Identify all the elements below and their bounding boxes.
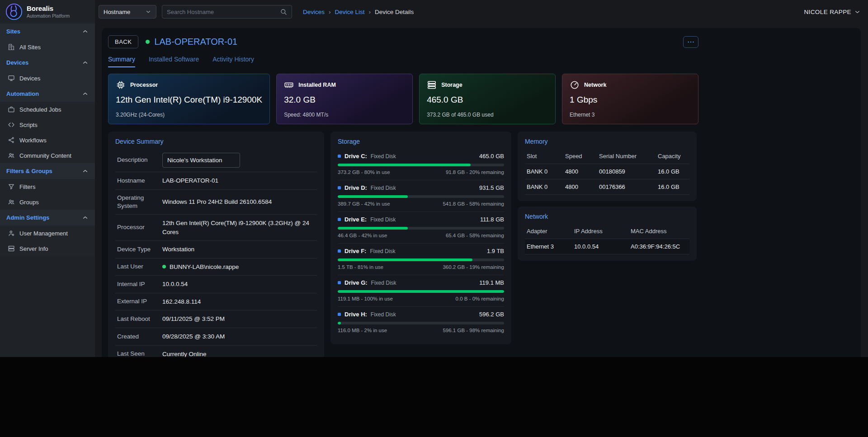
summary-row-device-type: Device Type Workstation [115, 241, 317, 258]
user-menu[interactable]: NICOLE RAPPE [804, 9, 861, 15]
sidebar-item-scheduled-jobs[interactable]: Scheduled Jobs [0, 102, 95, 117]
filter-icon [8, 183, 15, 190]
description-input[interactable] [162, 153, 240, 168]
summary-row-created: Created 09/28/2025 @ 3:30 AM [115, 328, 317, 346]
brand-header[interactable]: Borealis Automation Platform [0, 0, 95, 23]
sidebar-item-filters[interactable]: Filters [0, 179, 95, 194]
drive-row-g: Drive G: Fixed Disk 119.1 MB 119.1 MB - … [338, 275, 504, 307]
drive-bullet-icon [338, 155, 341, 158]
storage-stack-icon [427, 80, 437, 90]
cell-speed: 4800 [565, 183, 599, 190]
sidebar: Borealis Automation Platform Sites All S… [0, 0, 95, 357]
summary-row-last-user: Last User BUNNY-LAB\nicole.rappe [115, 258, 317, 276]
stat-value: 465.0 GB [427, 95, 548, 105]
row-value: LAB-OPERATOR-01 [162, 176, 315, 185]
sidebar-section-admin-settings[interactable]: Admin Settings [0, 210, 95, 226]
cell-speed: 4800 [565, 168, 599, 175]
cell-capacity: 16.0 GB [658, 183, 688, 190]
row-label: Last Seen [117, 350, 162, 357]
search-box [162, 5, 292, 19]
drive-type: Fixed Disk [371, 185, 396, 191]
drive-name: Drive G: [344, 279, 368, 286]
breadcrumb: Devices › Device List › Device Details [303, 9, 414, 15]
device-summary-panel: Device Summary Description Hostname LAB-… [108, 132, 324, 357]
drive-usage-fill [338, 322, 341, 324]
stat-card-row: Processor 12th Gen Intel(R) Core(TM) i9-… [108, 74, 698, 124]
col-header: Adapter [527, 228, 574, 235]
sidebar-section-devices[interactable]: Devices [0, 55, 95, 70]
drive-size: 119.1 MB [479, 279, 504, 286]
cell-adapter: Ethernet 3 [527, 243, 574, 250]
row-value: Currently Online [162, 350, 315, 357]
main-area: Hostname Devices › Device List › Device … [95, 0, 868, 357]
stat-value: 1 Gbps [570, 95, 691, 105]
summary-row-internal-ip: Internal IP 10.0.0.54 [115, 276, 317, 293]
drive-usage-bar [338, 258, 504, 261]
row-label: Last Reboot [117, 315, 162, 323]
chevron-up-icon [82, 214, 89, 221]
panel-title: Network [525, 213, 689, 220]
sidebar-section-sites[interactable]: Sites [0, 23, 95, 39]
stat-label: Network [584, 82, 606, 88]
row-value: 09/11/2025 @ 3:52 PM [162, 315, 315, 324]
sidebar-item-groups[interactable]: Groups [0, 194, 95, 210]
breadcrumb-devices[interactable]: Devices [303, 9, 325, 15]
panels-row: Device Summary Description Hostname LAB-… [108, 132, 698, 357]
section-label: Admin Settings [6, 214, 49, 221]
drive-name: Drive H: [344, 311, 367, 318]
section-label: Automation [6, 90, 39, 97]
drive-used-text: 46.4 GB - 42% in use [338, 233, 387, 238]
breadcrumb-separator: › [369, 9, 371, 15]
tab-activity-history[interactable]: Activity History [212, 56, 254, 67]
drive-row-c: Drive C: Fixed Disk 465.0 GB 373.2 GB - … [338, 149, 504, 180]
sidebar-item-server-info[interactable]: Server Info [0, 241, 95, 256]
cell-ip: 10.0.0.54 [574, 243, 631, 250]
sidebar-item-community-content[interactable]: Community Content [0, 148, 95, 163]
row-label: Device Type [117, 245, 162, 254]
row-value: 12th Gen Intel(R) Core(TM) i9-12900K (3.… [162, 219, 315, 236]
briefcase-icon [8, 106, 15, 113]
sidebar-item-label: Scheduled Jobs [19, 106, 61, 113]
online-status-dot [162, 265, 166, 268]
tab-summary[interactable]: Summary [108, 56, 135, 67]
drive-remaining-text: 0.0 B - 0% remaining [456, 296, 504, 301]
drive-type: Fixed Disk [371, 311, 396, 318]
row-label: Description [117, 156, 162, 164]
drive-size: 931.5 GB [479, 184, 504, 191]
row-label: Created [117, 333, 162, 341]
drive-size: 111.8 GB [480, 216, 504, 223]
sidebar-section-automation[interactable]: Automation [0, 86, 95, 102]
sidebar-item-scripts[interactable]: Scripts [0, 117, 95, 132]
hostname-filter-dropdown[interactable]: Hostname [99, 5, 156, 19]
more-actions-button[interactable]: ⋯ [683, 36, 698, 48]
sidebar-item-label: Community Content [19, 152, 71, 159]
search-icon[interactable] [280, 8, 287, 15]
search-input[interactable] [167, 9, 276, 15]
panel-title: Memory [525, 138, 689, 145]
drive-used-text: 389.7 GB - 42% in use [338, 201, 390, 207]
drive-name: Drive F: [344, 248, 366, 254]
breadcrumb-device-list[interactable]: Device List [335, 9, 365, 15]
cell-serial: 00176366 [599, 183, 658, 190]
sidebar-item-all-sites[interactable]: All Sites [0, 39, 95, 55]
sidebar-item-workflows[interactable]: Workflows [0, 132, 95, 148]
memory-panel: Memory Slot Speed Serial Number Capacity… [518, 132, 697, 201]
sidebar-section-filters-groups[interactable]: Filters & Groups [0, 163, 95, 179]
drive-remaining-text: 360.2 GB - 19% remaining [443, 264, 504, 270]
sidebar-item-devices[interactable]: Devices [0, 70, 95, 86]
back-button[interactable]: BACK [108, 35, 138, 48]
stat-sub: Ethernet 3 [570, 112, 691, 118]
stat-label: Installed RAM [298, 82, 336, 88]
tab-installed-software[interactable]: Installed Software [149, 56, 199, 67]
col-header: Serial Number [599, 153, 658, 160]
stat-sub: Speed: 4800 MT/s [284, 112, 405, 118]
drive-bullet-icon [338, 281, 341, 284]
sidebar-item-label: Devices [19, 75, 40, 82]
drive-used-text: 373.2 GB - 80% in use [338, 169, 390, 175]
row-label: Internal IP [117, 280, 162, 288]
drive-bullet-icon [338, 249, 341, 253]
sidebar-item-user-management[interactable]: User Management [0, 226, 95, 241]
borealis-logo [5, 3, 23, 20]
drive-bullet-icon [338, 186, 341, 189]
drive-row-d: Drive D: Fixed Disk 931.5 GB 389.7 GB - … [338, 180, 504, 212]
